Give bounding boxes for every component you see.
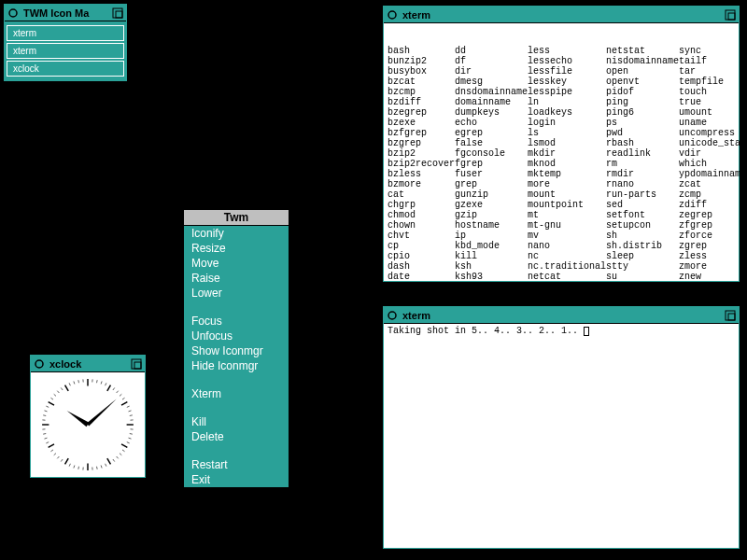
menu-item-show-iconmgr[interactable]: Show Iconmgr [184,343,289,358]
ls-column: bashbunzip2busyboxbzcatbzcmpbzdiffbzegre… [388,46,455,282]
svg-line-42 [61,459,63,462]
command-name: chmod [388,210,455,220]
menu-item-hide-iconmgr[interactable]: Hide Iconmgr [184,358,289,373]
menu-item-lower[interactable]: Lower [184,286,289,301]
svg-line-49 [43,434,46,435]
iconmgr-titlebar[interactable]: TWM Icon Ma [5,5,126,21]
menu-item-kill[interactable]: Kill [184,414,289,429]
command-name: nc [528,251,606,261]
command-name: dnsdomainname [455,87,528,97]
command-name: nisdomainname [606,56,679,66]
command-name: sh.distrib [606,241,679,251]
svg-line-58 [54,394,56,396]
window-menu-icon[interactable] [386,309,399,322]
svg-line-9 [101,382,102,385]
countdown-text: Taking shot in 5.. 4.. 3.. 2.. 1.. [388,326,584,336]
command-name: lesspipe [528,87,606,97]
command-name: uncompress [679,128,747,138]
svg-line-34 [97,467,98,469]
resize-icon[interactable] [724,8,737,21]
svg-rect-69 [726,10,735,20]
menu-item-move[interactable]: Move [184,256,289,271]
svg-line-38 [78,467,79,469]
command-name: tailf [679,56,747,66]
command-name: date [388,272,455,282]
command-name: run-parts [606,189,679,200]
command-name: fgconsole [455,148,528,159]
svg-line-54 [45,411,48,412]
window-menu-icon[interactable] [33,357,46,371]
svg-line-11 [107,385,111,391]
menu-separator [184,301,289,314]
iconmgr-item[interactable]: xterm [7,25,124,41]
command-name: sync [679,46,747,56]
svg-line-10 [106,383,106,385]
command-name: ls [528,128,606,138]
resize-icon[interactable] [130,357,143,371]
command-name: touch [679,87,747,97]
command-name: dash [388,261,455,272]
command-name: ps [606,118,679,128]
command-name: stty [606,261,679,272]
command-name: zdiff [679,200,747,210]
command-name: rmdir [606,169,679,179]
xterm1-terminal[interactable]: bashbunzip2busyboxbzcatbzcmpbzdiffbzegre… [384,23,739,281]
command-name: sed [606,200,679,210]
command-name: gunzip [455,189,528,200]
svg-line-59 [57,391,59,393]
command-name: ping6 [606,107,679,118]
menu-item-resize[interactable]: Resize [184,241,289,256]
svg-line-62 [69,383,70,385]
xterm2-titlebar[interactable]: xterm [384,307,739,324]
iconmgr-item[interactable]: xclock [7,61,124,77]
svg-point-0 [9,9,17,17]
svg-line-53 [43,415,46,416]
svg-line-23 [130,434,133,435]
command-name: bzfgrep [388,128,455,138]
command-name: hostname [455,220,528,231]
command-name: lessfile [528,66,606,77]
xterm2-terminal[interactable]: Taking shot in 5.. 4.. 3.. 2.. 1.. [384,324,739,548]
command-name: cp [388,241,455,251]
resize-icon[interactable] [724,309,737,322]
svg-line-17 [127,406,130,407]
menu-item-restart[interactable]: Restart [184,457,289,472]
command-name: bzip2 [388,148,455,159]
ls-column: synctailftartempfiletouchtrueumountuname… [679,46,747,282]
command-name: domainname [455,97,528,107]
command-name: chown [388,220,455,231]
menu-item-raise[interactable]: Raise [184,271,289,286]
command-name: fgrep [455,159,528,169]
svg-line-45 [50,450,53,452]
xterm1-titlebar[interactable]: xterm [384,7,739,23]
menu-item-focus[interactable]: Focus [184,314,289,329]
command-name: zgrep [679,241,747,251]
svg-line-12 [113,387,115,390]
svg-rect-73 [728,314,735,320]
svg-point-71 [388,312,396,319]
menu-item-unfocus[interactable]: Unfocus [184,329,289,343]
window-menu-icon[interactable] [7,7,20,20]
window-menu-icon[interactable] [386,8,399,21]
command-name: zcat [679,179,747,189]
ls-column: netstatnisdomainnameopenopenvtpidofpingp… [606,46,679,282]
command-name: cpio [388,251,455,261]
command-name: gzip [455,210,528,220]
svg-point-3 [35,360,43,368]
command-name: kill [455,251,528,261]
menu-item-xterm[interactable]: Xterm [184,386,289,401]
svg-line-46 [49,444,54,448]
xterm-window-countdown: xterm Taking shot in 5.. 4.. 3.. 2.. 1.. [383,306,740,549]
command-name: znew [679,272,747,282]
command-name: ln [528,97,606,107]
svg-line-56 [49,402,54,406]
menu-item-exit[interactable]: Exit [184,472,289,487]
command-name: cat [388,189,455,200]
resize-icon[interactable] [111,7,124,20]
menu-item-iconify[interactable]: Iconify [184,226,289,241]
xclock-titlebar[interactable]: xclock [31,356,145,372]
svg-line-31 [107,458,111,464]
menu-item-delete[interactable]: Delete [184,429,289,444]
command-name: more [528,179,606,189]
iconmgr-item[interactable]: xterm [7,43,124,59]
